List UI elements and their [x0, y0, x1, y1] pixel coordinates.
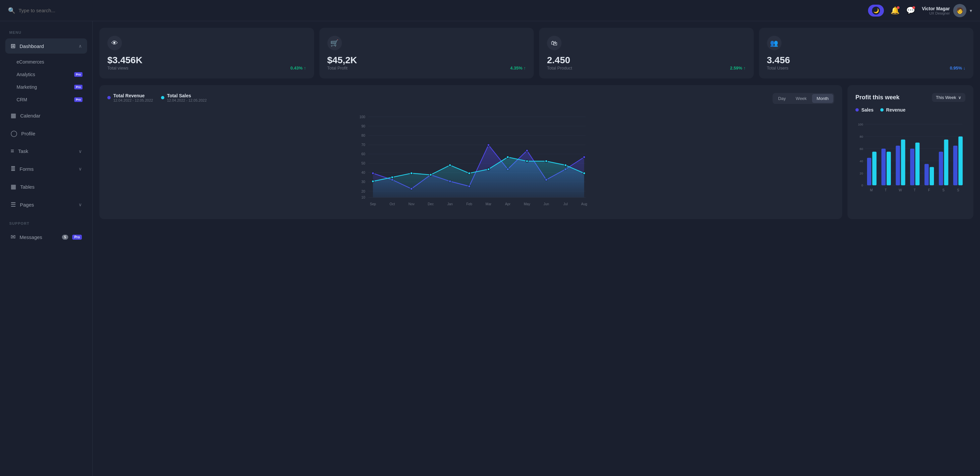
views-value: $3.456K Total views 0.43% ↑ [107, 55, 306, 70]
user-info[interactable]: Victor Magar UX Designer 🧑 ▾ [922, 4, 972, 17]
views-icon: 👁 [107, 36, 122, 50]
stat-card-profit: 🛒 $45,2K Total Profit 4.35% ↑ [320, 28, 534, 78]
sidebar-item-analytics[interactable]: Analytics Pro [12, 69, 87, 80]
sidebar-item-forms[interactable]: ≣ Forms ∨ [5, 161, 87, 176]
profit-chart-card: Profit this week This Week ∨ Sales Reven… [848, 85, 974, 219]
chart-legends: Total Revenue 12.04.2022 - 12.05.2022 To… [107, 93, 207, 102]
legend-revenue: Total Revenue 12.04.2022 - 12.05.2022 [107, 93, 153, 102]
menu-label: MENU [5, 29, 87, 36]
analytics-pro-badge: Pro [74, 72, 83, 77]
svg-point-51 [468, 172, 471, 175]
svg-point-39 [487, 144, 490, 146]
sidebar-item-task[interactable]: ≡ Task ∨ [5, 144, 87, 159]
search-input[interactable] [19, 8, 118, 13]
legend-sales-text: Total Sales 12.04.2022 - 12.05.2022 [167, 93, 207, 102]
crm-pro-badge: Pro [74, 97, 83, 102]
profit-legend-sales: Sales [856, 107, 873, 113]
svg-point-56 [564, 164, 567, 167]
svg-point-52 [487, 168, 490, 170]
svg-text:10: 10 [361, 196, 366, 199]
profit-header: Profit this week This Week ∨ [856, 93, 966, 102]
content-area: 👁 $3.456K Total views 0.43% ↑ 🛒 $45,2K T… [93, 21, 980, 476]
week-select-button[interactable]: This Week ∨ [932, 93, 966, 102]
svg-text:40: 40 [860, 160, 863, 163]
svg-text:S: S [942, 188, 945, 192]
legend-revenue-text: Total Revenue 12.04.2022 - 12.05.2022 [113, 93, 153, 102]
bar-t2-sales [910, 149, 915, 186]
bar-f-revenue [930, 167, 934, 185]
sidebar-item-calendar[interactable]: ▦ Calendar [5, 108, 87, 123]
profile-icon: ◯ [11, 130, 17, 137]
svg-text:S: S [957, 188, 959, 192]
svg-text:70: 70 [361, 143, 366, 147]
sidebar-item-ecommerces[interactable]: eCommerces [12, 56, 87, 68]
svg-point-50 [449, 164, 451, 167]
svg-point-47 [391, 176, 394, 179]
stat-cards: 👁 $3.456K Total views 0.43% ↑ 🛒 $45,2K T… [99, 28, 974, 78]
svg-text:Aug: Aug [581, 202, 587, 206]
svg-text:20: 20 [361, 190, 366, 193]
sidebar-item-profile[interactable]: ◯ Profile [5, 126, 87, 141]
calendar-icon: ▦ [11, 112, 16, 119]
sidebar-item-label: Dashboard [19, 43, 75, 49]
svg-text:Jul: Jul [563, 202, 568, 206]
svg-point-48 [410, 172, 413, 175]
sidebar-item-marketing[interactable]: Marketing Pro [12, 81, 87, 93]
users-value: 3.456 Total Users 0.95% ↓ [767, 55, 966, 70]
users-icon: 👥 [767, 36, 781, 50]
profit-legend-revenue-label: Revenue [886, 107, 905, 113]
time-filters: Day Week Month [773, 93, 834, 104]
pages-chevron-icon: ∨ [78, 202, 82, 207]
sidebar-item-tables[interactable]: ▦ Tables [5, 179, 87, 194]
bar-t1-revenue [886, 152, 891, 185]
filter-week-button[interactable]: Week [791, 94, 811, 103]
svg-text:50: 50 [361, 162, 366, 165]
legend-dot-cyan [161, 96, 164, 99]
marketing-label: Marketing [17, 84, 71, 90]
svg-text:Jan: Jan [447, 202, 453, 206]
sidebar: MENU ⊞ Dashboard ∧ eCommerces Analytics … [0, 21, 93, 476]
header-right: 🌙 🔔 💬 Victor Magar UX Designer 🧑 ▾ [868, 4, 972, 17]
user-role: UX Designer [922, 11, 950, 15]
svg-point-33 [372, 172, 374, 175]
svg-point-44 [583, 156, 585, 159]
bar-s2-sales [953, 146, 958, 186]
svg-text:W: W [899, 188, 902, 192]
charts-row: Total Revenue 12.04.2022 - 12.05.2022 To… [99, 85, 974, 219]
profit-bar-chart-svg: 100 80 60 40 20 0 [856, 118, 966, 204]
profit-value: $45,2K Total Profit 4.35% ↑ [327, 55, 526, 70]
profit-icon: 🛒 [327, 36, 342, 50]
stat-card-views: 👁 $3.456K Total views 0.43% ↑ [99, 28, 314, 78]
message-button[interactable]: 💬 [906, 6, 915, 15]
stat-card-users: 👥 3.456 Total Users 0.95% ↓ [759, 28, 974, 78]
sidebar-item-messages[interactable]: ✉ Messages 5 Pro [5, 229, 87, 244]
svg-point-41 [526, 149, 528, 152]
notification-button[interactable]: 🔔 [891, 6, 899, 15]
theme-toggle-button[interactable]: 🌙 [868, 5, 884, 17]
pages-label: Pages [20, 202, 75, 208]
users-bottom: Total Users 0.95% ↓ [767, 65, 966, 70]
svg-point-57 [583, 172, 585, 175]
theme-toggle-dot: 🌙 [872, 6, 880, 14]
svg-text:Apr: Apr [505, 202, 511, 206]
messages-icon: ✉ [11, 233, 16, 241]
sidebar-item-dashboard[interactable]: ⊞ Dashboard ∧ [5, 38, 87, 54]
sub-items-dashboard: eCommerces Analytics Pro Marketing Pro C… [5, 56, 87, 105]
message-dot [912, 6, 915, 9]
svg-text:40: 40 [361, 171, 366, 175]
legend-dot-blue [107, 96, 111, 99]
bar-s1-sales [939, 152, 943, 185]
filter-month-button[interactable]: Month [812, 94, 833, 103]
svg-text:Feb: Feb [466, 202, 472, 206]
filter-day-button[interactable]: Day [773, 94, 791, 103]
task-icon: ≡ [11, 148, 14, 155]
revenue-chart-svg: 100 90 80 70 60 50 40 30 20 10 Sep Oct N… [107, 111, 834, 210]
svg-text:May: May [524, 202, 530, 206]
task-label: Task [18, 148, 75, 154]
svg-text:0: 0 [861, 184, 863, 187]
tables-label: Tables [20, 184, 82, 190]
sidebar-item-pages[interactable]: ☰ Pages ∨ [5, 197, 87, 212]
sidebar-item-crm[interactable]: CRM Pro [12, 94, 87, 105]
chevron-up-icon: ∧ [78, 43, 82, 49]
dashboard-icon: ⊞ [11, 42, 16, 50]
